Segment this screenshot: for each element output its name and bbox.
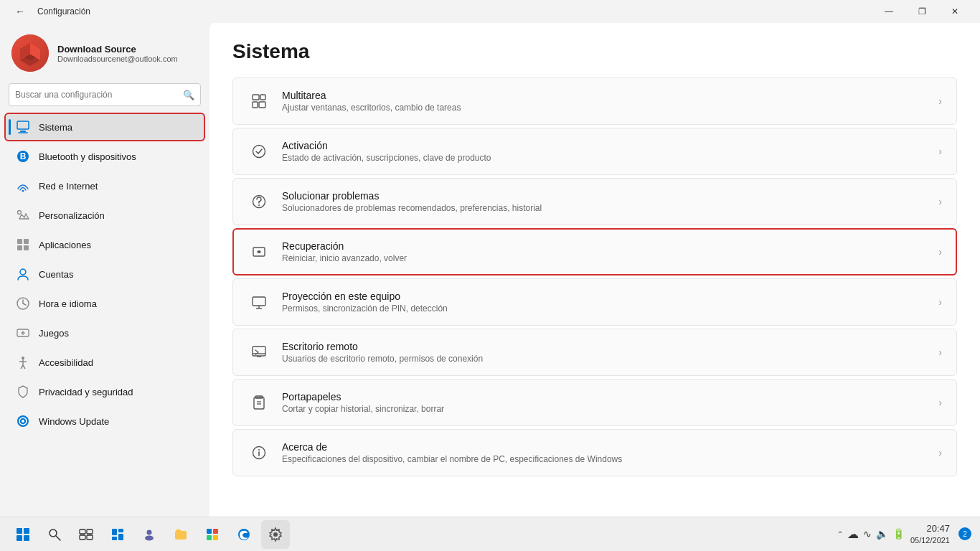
setting-item-proyeccion[interactable]: Proyección en este equipo Permisos, sinc… [232,278,957,326]
user-info: Download Source Downloadsourcenet@outloo… [57,44,178,63]
sidebar-item-sistema[interactable]: Sistema [4,113,205,141]
tray-chevron[interactable]: ⌃ [837,530,843,538]
setting-arrow-proyeccion: › [938,296,942,308]
search-taskbar-button[interactable] [40,520,69,549]
svg-point-65 [147,529,152,534]
search-input[interactable] [15,90,179,100]
cloud-icon: ☁ [847,527,859,541]
setting-item-recuperacion[interactable]: Recuperación Reiniciar, inicio avanzado,… [232,228,957,276]
setting-name-solucionar: Solucionar problemas [282,190,938,202]
system-tray: ⌃ ☁ ∿ 🔈 🔋 [837,527,905,541]
widgets-button[interactable] [103,520,132,549]
svg-rect-59 [80,535,85,540]
sidebar-item-personalizacion[interactable]: Personalización [4,201,205,230]
start-button[interactable] [9,520,37,549]
task-view-button[interactable] [72,520,100,549]
back-button[interactable]: ← [9,0,32,23]
svg-line-25 [21,365,23,369]
edge-button[interactable] [230,520,258,549]
setting-text-multitarea: Multitarea Ajustar ventanas, escritorios… [282,90,938,113]
setting-item-portapapeles[interactable]: Portapapeles Cortar y copiar historial, … [232,379,957,426]
sidebar-item-accesibilidad[interactable]: Accesibilidad [4,348,205,377]
teams-button[interactable] [135,520,164,549]
setting-icon-activacion [248,140,270,163]
time-date[interactable]: 20:47 05/12/2021 [910,522,950,547]
setting-name-acerca: Acerca de [282,441,938,453]
setting-item-solucionar[interactable]: Solucionar problemas Solucionadores de p… [232,178,957,225]
sidebar-item-juegos[interactable]: Juegos [4,319,205,347]
minimize-button[interactable]: — [872,0,905,23]
user-name: Download Source [57,44,178,55]
setting-item-escritorio-remoto[interactable]: Escritorio remoto Usuarios de escritorio… [232,329,957,376]
nav-label-accesibilidad: Accesibilidad [39,357,194,368]
nav-list: Sistema B Bluetooth y dispositivos Red e… [0,112,209,436]
setting-item-acerca[interactable]: Acerca de Especificaciones del dispositi… [232,429,957,476]
notification-badge[interactable]: 2 [958,527,971,540]
setting-text-activacion: Activación Estado de activación, suscrip… [282,140,938,163]
svg-rect-53 [17,535,22,541]
setting-desc-escritorio-remoto: Usuarios de escritorio remoto, permisos … [282,354,938,364]
sidebar-item-bluetooth[interactable]: B Bluetooth y dispositivos [4,142,205,171]
setting-item-multitarea[interactable]: Multitarea Ajustar ventanas, escritorios… [232,77,957,125]
nav-icon-bluetooth: B [16,149,30,164]
setting-name-portapapeles: Portapapeles [282,391,938,402]
setting-desc-portapapeles: Cortar y copiar historial, sincronizar, … [282,404,938,414]
svg-rect-11 [17,239,22,244]
setting-arrow-multitarea: › [938,95,942,107]
sidebar: Download Source Downloadsourcenet@outloo… [0,23,209,517]
sidebar-item-red[interactable]: Red e Internet [4,171,205,200]
svg-rect-69 [207,535,212,540]
main-content: Sistema Multitarea Ajustar ventanas, esc… [209,23,980,517]
svg-line-56 [56,536,60,540]
sidebar-item-cuentas[interactable]: Cuentas [4,260,205,288]
maximize-button[interactable]: ❐ [905,0,938,23]
svg-rect-33 [259,102,265,108]
sidebar-item-hora[interactable]: Hora e idioma [4,289,205,318]
settings-taskbar-button[interactable] [261,520,290,549]
setting-arrow-portapapeles: › [938,397,942,408]
svg-line-18 [23,303,26,305]
nav-icon-cuentas [16,267,30,281]
nav-label-privacidad: Privacidad y seguridad [39,387,194,397]
sidebar-item-windows-update[interactable]: Windows Update [4,407,205,435]
svg-rect-5 [20,131,26,132]
titlebar-controls: — ❐ ✕ [872,0,971,23]
setting-name-recuperacion: Recuperación [282,240,938,252]
files-button[interactable] [166,520,195,549]
setting-arrow-solucionar: › [938,196,942,207]
nav-label-juegos: Juegos [39,328,194,339]
svg-rect-13 [17,245,22,250]
svg-rect-32 [253,102,258,108]
wifi-icon: ∿ [863,528,872,540]
setting-icon-escritorio-remoto [248,341,270,364]
titlebar-left: ← Configuración [9,0,90,23]
titlebar-title: Configuración [37,6,90,17]
setting-desc-recuperacion: Reiniciar, inicio avanzado, volver [282,253,938,263]
setting-name-proyeccion: Proyección en este equipo [282,291,938,302]
svg-point-72 [273,532,278,537]
setting-item-activacion[interactable]: Activación Estado de activación, suscrip… [232,128,957,175]
battery-icon: 🔋 [892,528,905,540]
sidebar-item-aplicaciones[interactable]: Aplicaciones [4,230,205,259]
setting-name-escritorio-remoto: Escritorio remoto [282,341,938,352]
svg-rect-61 [112,529,117,535]
nav-label-hora: Hora e idioma [39,298,194,309]
nav-label-sistema: Sistema [39,122,194,133]
nav-icon-red [16,179,30,193]
store-button[interactable] [198,520,227,549]
nav-label-cuentas: Cuentas [39,269,194,280]
setting-icon-proyeccion [248,291,270,314]
setting-arrow-acerca: › [938,447,942,458]
taskbar: ⌃ ☁ ∿ 🔈 🔋 20:47 05/12/2021 2 [0,517,980,551]
close-button[interactable]: ✕ [938,0,971,23]
taskbar-right: ⌃ ☁ ∿ 🔈 🔋 20:47 05/12/2021 2 [837,522,971,547]
nav-label-red: Red e Internet [39,181,194,192]
svg-rect-51 [17,528,22,534]
sidebar-item-privacidad[interactable]: Privacidad y seguridad [4,377,205,406]
svg-rect-70 [213,535,218,540]
svg-rect-38 [253,297,265,306]
search-box[interactable]: 🔍 [9,83,201,106]
setting-icon-solucionar [248,190,270,213]
svg-rect-45 [254,397,264,409]
svg-point-29 [22,420,24,423]
